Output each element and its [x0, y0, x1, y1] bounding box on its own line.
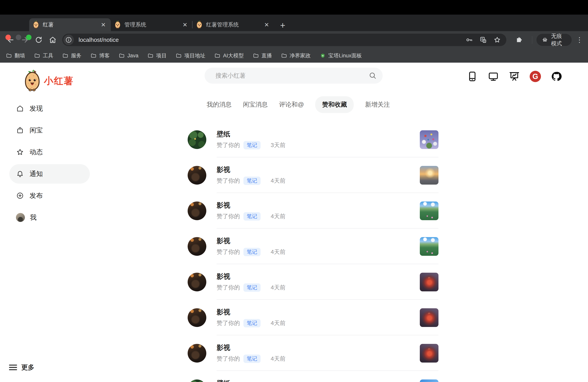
note-type-badge[interactable]: 笔记 — [243, 212, 261, 221]
note-thumbnail[interactable] — [420, 344, 439, 362]
message-tab-评论和@[interactable]: 评论和@ — [279, 100, 304, 109]
notification-action-text: 赞了你的 — [217, 212, 240, 220]
message-tab-新增关注[interactable]: 新增关注 — [365, 100, 390, 109]
notification-row[interactable]: 壁纸 赞了你的 笔记 3天前 — [188, 122, 439, 157]
notification-user-name[interactable]: 影视 — [217, 272, 230, 281]
bookmark-Java[interactable]: Java — [119, 53, 138, 59]
close-tab-icon[interactable]: ✕ — [263, 21, 270, 28]
browser-tab[interactable]: 红薯 ✕ — [29, 18, 111, 31]
notification-time: 4天前 — [271, 284, 286, 292]
sidebar-item-我[interactable]: 我 — [9, 208, 90, 227]
bookmark-label: 宝塔Linux面板 — [328, 52, 362, 59]
message-tab-我的消息[interactable]: 我的消息 — [207, 100, 231, 109]
sidebar-item-闲宝[interactable]: 闲宝 — [9, 121, 90, 140]
message-tab-闲宝消息[interactable]: 闲宝消息 — [243, 100, 268, 109]
passwords-key-icon[interactable] — [465, 35, 474, 44]
bookmark-净界家政[interactable]: 净界家政 — [281, 52, 311, 59]
browser-menu-icon[interactable]: ⋮ — [576, 36, 583, 44]
smartphone-icon[interactable] — [466, 70, 478, 83]
bookmark-项目地址[interactable]: 项目地址 — [176, 52, 205, 59]
notification-user-name[interactable]: 影视 — [217, 236, 230, 245]
close-window-button[interactable] — [5, 35, 11, 40]
note-thumbnail[interactable] — [420, 130, 439, 149]
monitor-icon[interactable] — [487, 70, 499, 83]
notification-row[interactable]: 影视 赞了你的 笔记 4天前 — [188, 264, 439, 300]
bookmark-服务[interactable]: 服务 — [62, 52, 82, 59]
notification-action-text: 赞了你的 — [217, 248, 240, 256]
bookmark-项目[interactable]: 项目 — [147, 52, 167, 59]
minimize-window-button[interactable] — [16, 35, 21, 40]
user-avatar[interactable] — [188, 308, 206, 327]
notification-row[interactable]: 壁纸 — [188, 371, 439, 382]
note-type-badge[interactable]: 笔记 — [243, 355, 261, 363]
browser-tab[interactable]: 红薯管理系统 ✕ — [192, 18, 274, 31]
sidebar-item-发布[interactable]: 发布 — [9, 186, 90, 205]
new-tab-button[interactable]: + — [277, 20, 288, 31]
sidebar-item-动态[interactable]: 动态 — [9, 142, 90, 162]
note-type-badge[interactable]: 笔记 — [243, 319, 261, 327]
bookmark-宝塔Linux面板[interactable]: 宝塔Linux面板 — [320, 52, 362, 59]
close-tab-icon[interactable]: ✕ — [100, 21, 107, 28]
note-thumbnail[interactable] — [420, 202, 439, 220]
notification-user-name[interactable]: 影视 — [217, 201, 230, 210]
presentation-chart-icon[interactable] — [508, 70, 520, 83]
note-type-badge[interactable]: 笔记 — [243, 177, 261, 185]
note-thumbnail[interactable] — [420, 308, 439, 327]
fullscreen-window-button[interactable] — [26, 35, 32, 40]
sidebar-item-发现[interactable]: 发现 — [9, 99, 90, 118]
notification-row[interactable]: 影视 赞了你的 笔记 4天前 — [188, 229, 439, 264]
user-avatar[interactable] — [188, 237, 206, 256]
gitee-icon[interactable]: G — [529, 70, 541, 83]
search-icon[interactable] — [369, 72, 377, 80]
translate-icon[interactable]: G文 — [479, 35, 488, 44]
notification-user-name[interactable]: 壁纸 — [217, 379, 230, 382]
bookmark-直播[interactable]: 直播 — [253, 52, 272, 59]
notification-row[interactable]: 影视 赞了你的 笔记 4天前 — [188, 300, 439, 335]
note-type-badge[interactable]: 笔记 — [243, 283, 261, 292]
site-info-icon[interactable] — [63, 35, 74, 45]
address-bar[interactable]: localhost/notice G文 — [62, 34, 506, 46]
note-type-badge[interactable]: 笔记 — [243, 248, 261, 256]
app-logo[interactable]: 小红薯 — [24, 68, 74, 93]
user-avatar[interactable] — [188, 166, 206, 185]
more-button[interactable]: 更多 — [9, 363, 34, 372]
search-bar[interactable] — [205, 68, 383, 84]
bookmark-博客[interactable]: 博客 — [90, 52, 110, 59]
note-thumbnail[interactable] — [420, 273, 439, 291]
close-tab-icon[interactable]: ✕ — [181, 21, 189, 28]
bookmark-label: 工具 — [43, 52, 53, 59]
notification-user-name[interactable]: 影视 — [217, 165, 230, 174]
extensions-puzzle-icon[interactable] — [514, 34, 525, 45]
user-avatar[interactable] — [188, 344, 206, 362]
user-avatar[interactable] — [188, 273, 206, 291]
browser-tab[interactable]: 管理系统 ✕ — [111, 18, 192, 31]
url-text[interactable]: localhost/notice — [79, 37, 460, 43]
note-thumbnail[interactable] — [420, 380, 439, 382]
notification-row[interactable]: 影视 赞了你的 笔记 4天前 — [188, 157, 439, 193]
browser-tab-title: 红薯管理系统 — [206, 21, 263, 28]
bookmark-翻墙[interactable]: 翻墙 — [6, 52, 25, 59]
bookmark-star-icon[interactable] — [493, 35, 502, 44]
user-avatar[interactable] — [188, 380, 206, 382]
note-thumbnail[interactable] — [420, 237, 439, 256]
header-icons: G — [466, 70, 562, 83]
user-avatar[interactable] — [188, 130, 206, 149]
reload-icon[interactable] — [33, 34, 44, 45]
github-icon[interactable] — [550, 70, 562, 83]
home-icon[interactable] — [47, 34, 58, 45]
notification-time: 4天前 — [271, 319, 286, 327]
potato-favicon-icon — [114, 21, 121, 29]
bookmark-工具[interactable]: 工具 — [34, 52, 53, 59]
notification-row[interactable]: 影视 赞了你的 笔记 4天前 — [188, 193, 439, 229]
bookmark-AI大模型[interactable]: AI大模型 — [214, 52, 244, 59]
search-input[interactable] — [215, 72, 369, 79]
notification-user-name[interactable]: 影视 — [217, 343, 230, 352]
note-type-badge[interactable]: 笔记 — [243, 141, 261, 149]
user-avatar[interactable] — [188, 202, 206, 220]
notification-user-name[interactable]: 壁纸 — [217, 129, 230, 139]
message-tab-赞和收藏[interactable]: 赞和收藏 — [315, 96, 354, 113]
notification-user-name[interactable]: 影视 — [217, 308, 230, 317]
sidebar-item-通知[interactable]: 通知 — [9, 164, 90, 184]
notification-row[interactable]: 影视 赞了你的 笔记 4天前 — [188, 335, 439, 371]
note-thumbnail[interactable] — [420, 166, 439, 185]
